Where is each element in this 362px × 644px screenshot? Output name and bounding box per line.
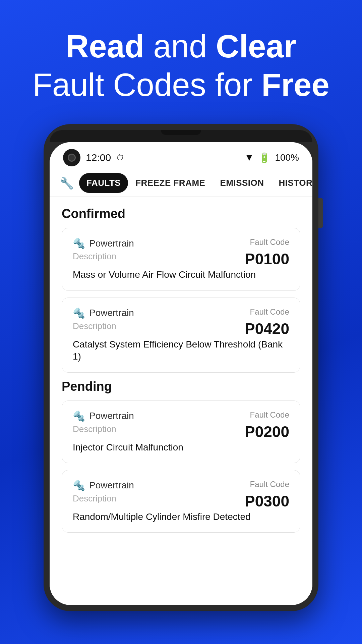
fault-system-label: Powertrain bbox=[89, 238, 134, 249]
fault-system-powertrain-2: 🔩 Powertrain bbox=[73, 307, 134, 319]
engine-icon-3: 🔩 bbox=[73, 410, 85, 422]
tab-emission[interactable]: Emission bbox=[213, 173, 271, 193]
fault-card-header: 🔩 Powertrain Fault Code bbox=[73, 237, 289, 249]
engine-icon-2: 🔩 bbox=[73, 307, 85, 319]
status-time: 12:00 bbox=[86, 152, 111, 163]
tab-freeze-frame[interactable]: Freeze Frame bbox=[128, 173, 213, 193]
pending-section-title: Pending bbox=[62, 379, 300, 394]
engine-icon: 🔩 bbox=[73, 237, 85, 249]
nav-bar: 🔧 Faults Freeze Frame Emission History bbox=[50, 170, 312, 197]
fault-system-powertrain-4: 🔩 Powertrain bbox=[73, 480, 134, 491]
fault-system-powertrain: 🔩 Powertrain bbox=[73, 237, 134, 249]
fault-code-body-4: Description P0300 bbox=[73, 493, 289, 509]
fault-desc-label-2: Description bbox=[73, 321, 116, 331]
phone-mockup: 12:00 ⏱ ▼ 🔋 100% 🔧 Faults Freeze Frame E… bbox=[44, 124, 318, 611]
timer-icon: ⏱ bbox=[116, 153, 124, 162]
fault-card-p0420[interactable]: 🔩 Powertrain Fault Code Description P042… bbox=[62, 298, 300, 373]
fault-description-2: Catalyst System Efficiency Below Thresho… bbox=[73, 338, 289, 363]
fault-code-label: Fault Code bbox=[250, 237, 289, 247]
fault-system-label-4: Powertrain bbox=[89, 480, 134, 491]
fault-code-value-2: P0420 bbox=[245, 321, 289, 336]
fault-code-value-4: P0300 bbox=[245, 493, 289, 509]
fault-description-4: Random/Multiple Cylinder Misfire Detecte… bbox=[73, 511, 289, 523]
fault-code-body-2: Description P0420 bbox=[73, 321, 289, 336]
fault-system-powertrain-3: 🔩 Powertrain bbox=[73, 410, 134, 422]
fault-description-3: Injector Circuit Malfunction bbox=[73, 441, 289, 453]
status-bar: 12:00 ⏱ ▼ 🔋 100% bbox=[50, 142, 312, 170]
fault-system-label-3: Powertrain bbox=[89, 411, 134, 421]
fault-desc-label: Description bbox=[73, 251, 116, 262]
phone-frame: 12:00 ⏱ ▼ 🔋 100% 🔧 Faults Freeze Frame E… bbox=[44, 124, 318, 611]
fault-code-body-3: Description P0200 bbox=[73, 424, 289, 439]
front-camera-icon bbox=[63, 149, 80, 166]
battery-icon: 🔋 bbox=[258, 152, 270, 163]
phone-screen: 12:00 ⏱ ▼ 🔋 100% 🔧 Faults Freeze Frame E… bbox=[50, 142, 312, 605]
nav-engine-icon: 🔧 bbox=[60, 176, 74, 190]
content-area: Confirmed 🔩 Powertrain Fault Code Descri… bbox=[50, 197, 312, 587]
hero-clear: Clear bbox=[216, 28, 296, 64]
fault-desc-label-3: Description bbox=[73, 424, 116, 434]
fault-code-label-4: Fault Code bbox=[250, 480, 289, 489]
tab-faults[interactable]: Faults bbox=[79, 173, 128, 193]
hero-and: and bbox=[153, 28, 216, 64]
engine-icon-4: 🔩 bbox=[73, 480, 85, 491]
fault-card-header-3: 🔩 Powertrain Fault Code bbox=[73, 410, 289, 422]
fault-card-header-2: 🔩 Powertrain Fault Code bbox=[73, 307, 289, 319]
status-bar-right: ▼ 🔋 100% bbox=[245, 152, 299, 163]
confirmed-section-title: Confirmed bbox=[62, 207, 300, 221]
fault-code-label-2: Fault Code bbox=[250, 307, 289, 317]
fault-code-value-3: P0200 bbox=[245, 424, 289, 439]
fault-card-p0100[interactable]: 🔩 Powertrain Fault Code Description P010… bbox=[62, 228, 300, 290]
fault-code-value: P0100 bbox=[245, 251, 289, 267]
fault-code-body: Description P0100 bbox=[73, 251, 289, 267]
hero-subtitle-normal: Fault Codes for bbox=[33, 67, 261, 103]
fault-system-label-2: Powertrain bbox=[89, 308, 134, 318]
battery-percent: 100% bbox=[275, 152, 299, 163]
phone-notch bbox=[50, 130, 312, 142]
wifi-icon: ▼ bbox=[245, 152, 254, 163]
fault-desc-label-4: Description bbox=[73, 493, 116, 504]
tab-history[interactable]: History bbox=[272, 173, 312, 193]
fault-code-label-3: Fault Code bbox=[250, 410, 289, 420]
fault-card-p0300[interactable]: 🔩 Powertrain Fault Code Description P030… bbox=[62, 470, 300, 533]
hero-section: Read and Clear Fault Codes for Free bbox=[33, 27, 329, 104]
status-bar-left: 12:00 ⏱ bbox=[63, 149, 124, 166]
hero-read: Read bbox=[66, 28, 144, 64]
hero-free: Free bbox=[261, 67, 329, 103]
fault-card-p0200[interactable]: 🔩 Powertrain Fault Code Description P020… bbox=[62, 400, 300, 463]
fault-card-header-4: 🔩 Powertrain Fault Code bbox=[73, 480, 289, 491]
fault-description: Mass or Volume Air Flow Circuit Malfunct… bbox=[73, 269, 289, 281]
